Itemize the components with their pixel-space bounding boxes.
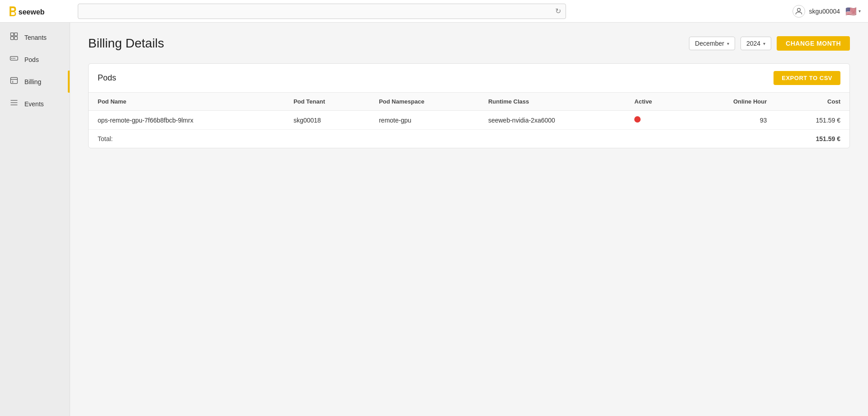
sidebar-item-pods[interactable]: Pods <box>0 48 70 71</box>
month-chevron-icon: ▾ <box>727 41 729 46</box>
svg-rect-4 <box>11 37 14 40</box>
user-info[interactable]: skgu00004 <box>793 5 840 18</box>
col-header-online-hour: Online Hour <box>687 93 776 111</box>
pod-name: ops-remote-gpu-7f66b8fbcb-9lmrx <box>89 111 284 130</box>
col-header-runtime: Runtime Class <box>479 93 625 111</box>
total-cost: 151.59 € <box>776 130 849 148</box>
year-chevron-icon: ▾ <box>763 41 765 46</box>
header-controls: December ▾ 2024 ▾ CHANGE MONTH <box>689 36 850 51</box>
search-bar[interactable]: ↻ <box>78 4 566 19</box>
sidebar-item-billing[interactable]: Billing <box>0 71 70 93</box>
year-value: 2024 <box>746 40 760 47</box>
month-dropdown[interactable]: December ▾ <box>689 37 735 50</box>
pod-namespace: remote-gpu <box>370 111 479 130</box>
pod-cost: 151.59 € <box>776 111 849 130</box>
svg-rect-3 <box>14 33 18 36</box>
logo: seeweb <box>7 4 71 19</box>
tenants-icon <box>9 32 19 43</box>
page-header: Billing Details December ▾ 2024 ▾ CHANGE… <box>88 36 850 51</box>
col-header-namespace: Pod Namespace <box>370 93 479 111</box>
flag-selector[interactable]: 🇺🇸 ▾ <box>845 6 861 17</box>
sidebar-label-tenants: Tenants <box>24 34 47 41</box>
table-header-row: Pod Name Pod Tenant Pod Namespace Runtim… <box>89 93 849 111</box>
section-header: Pods EXPORT TO CSV <box>89 64 849 93</box>
pod-active <box>625 111 687 130</box>
sidebar-label-billing: Billing <box>24 78 41 85</box>
col-header-tenant: Pod Tenant <box>284 93 370 111</box>
svg-text:seeweb: seeweb <box>19 8 45 16</box>
flag-icon: 🇺🇸 <box>845 6 857 17</box>
svg-rect-2 <box>11 33 14 36</box>
refresh-icon[interactable]: ↻ <box>555 7 561 15</box>
sidebar-label-events: Events <box>24 100 44 108</box>
main-layout: Tenants Pods Bil <box>0 23 868 416</box>
col-header-active: Active <box>625 93 687 111</box>
pod-runtime: seeweb-nvidia-2xa6000 <box>479 111 625 130</box>
nav-right: skgu00004 🇺🇸 ▾ <box>793 5 861 18</box>
col-header-cost: Cost <box>776 93 849 111</box>
user-avatar-icon <box>793 5 805 18</box>
search-input[interactable] <box>83 8 555 15</box>
sidebar-item-tenants[interactable]: Tenants <box>0 26 70 48</box>
topnav: seeweb ↻ skgu00004 🇺🇸 ▾ <box>0 0 868 23</box>
total-row: Total: 151.59 € <box>89 130 849 148</box>
pods-table: Pod Name Pod Tenant Pod Namespace Runtim… <box>89 93 849 148</box>
export-csv-button[interactable]: EXPORT TO CSV <box>774 71 840 85</box>
active-status-dot <box>634 116 641 123</box>
change-month-button[interactable]: CHANGE MONTH <box>777 36 850 51</box>
pods-section: Pods EXPORT TO CSV Pod Name Pod Tenant P… <box>88 63 850 148</box>
svg-point-1 <box>797 8 801 11</box>
svg-rect-10 <box>11 77 18 83</box>
sidebar-item-events[interactable]: Events <box>0 93 70 115</box>
language-chevron-icon: ▾ <box>859 9 861 14</box>
content-area: Billing Details December ▾ 2024 ▾ CHANGE… <box>70 23 868 416</box>
total-label: Total: <box>89 130 776 148</box>
page-title: Billing Details <box>88 36 164 51</box>
col-header-name: Pod Name <box>89 93 284 111</box>
table-row: ops-remote-gpu-7f66b8fbcb-9lmrx skg00018… <box>89 111 849 130</box>
sidebar: Tenants Pods Bil <box>0 23 70 416</box>
pod-tenant: skg00018 <box>284 111 370 130</box>
year-dropdown[interactable]: 2024 ▾ <box>741 37 771 50</box>
username-label: skgu00004 <box>809 8 840 15</box>
pods-icon <box>9 54 19 65</box>
sidebar-label-pods: Pods <box>24 56 39 63</box>
svg-rect-5 <box>14 37 18 40</box>
events-icon <box>9 98 19 109</box>
month-value: December <box>695 40 724 47</box>
section-title: Pods <box>98 73 116 83</box>
pod-online-hour: 93 <box>687 111 776 130</box>
billing-icon <box>9 76 19 87</box>
